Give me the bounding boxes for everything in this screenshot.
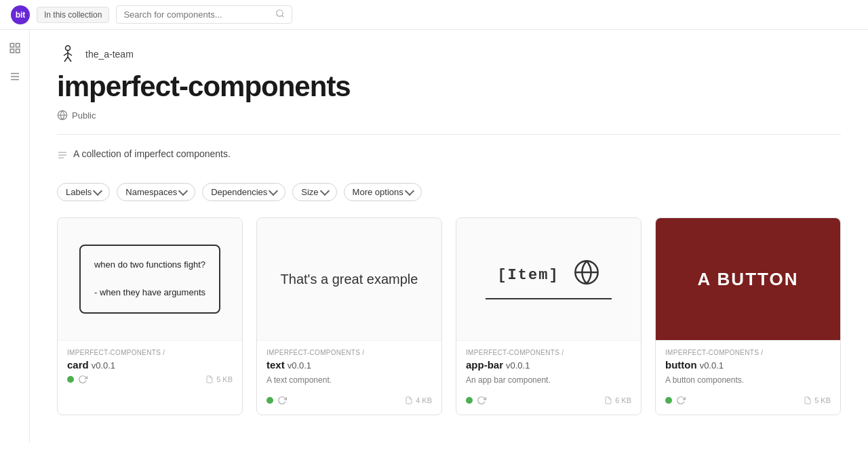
text-example: That's a great example — [267, 258, 432, 301]
svg-line-1 — [282, 16, 284, 18]
card-footer-button: IMPERFECT-COMPONENTS / button v0.0.1 A b… — [656, 340, 840, 415]
top-navigation: bit In this collection — [0, 0, 868, 30]
appbar-preview: [Item] — [456, 245, 641, 313]
card-preview-appbar: [Item] — [456, 218, 641, 340]
joke-box: when do two functions fight?- when they … — [79, 245, 220, 314]
card-version: v0.0.1 — [506, 360, 530, 371]
button-preview: A BUTTON — [656, 218, 840, 340]
status-dot-green — [466, 397, 473, 404]
collection-tag[interactable]: In this collection — [37, 7, 109, 23]
card-size: 4 KB — [405, 396, 432, 404]
card-size: 5 KB — [804, 396, 831, 404]
svg-line-13 — [64, 57, 68, 62]
card-preview-button: A BUTTON — [656, 218, 840, 340]
globe-icon — [57, 110, 68, 121]
svg-line-14 — [68, 57, 71, 62]
appbar-bracket: [Item] — [497, 267, 559, 284]
collection-description: A collection of imperfect components. — [73, 148, 231, 159]
collection-header: the_a-team — [57, 43, 841, 65]
team-avatar — [57, 43, 79, 65]
card-namespace: IMPERFECT-COMPONENTS / — [466, 349, 631, 356]
svg-line-11 — [64, 53, 68, 56]
globe-preview-icon — [573, 259, 600, 291]
svg-rect-4 — [10, 49, 14, 53]
components-grid: when do two functions fight?- when they … — [57, 217, 841, 415]
chevron-down-icon — [178, 186, 188, 196]
file-icon — [604, 396, 612, 404]
card-footer-card: IMPERFECT-COMPONENTS / card v0.0.1 — [58, 340, 242, 394]
card-meta-left — [267, 396, 287, 405]
card-name-row: app-bar v0.0.1 — [466, 359, 631, 371]
chevron-down-icon — [269, 186, 278, 196]
card-name-row: button v0.0.1 — [665, 359, 831, 371]
team-name: the_a-team — [85, 49, 134, 60]
size-filter-button[interactable]: Size — [292, 183, 336, 201]
svg-rect-5 — [16, 49, 19, 53]
card-version: v0.0.1 — [700, 360, 724, 371]
page-layout: the_a-team imperfect-components Public — [0, 30, 868, 442]
component-card-button[interactable]: A BUTTON IMPERFECT-COMPONENTS / button v… — [655, 217, 841, 415]
component-card-text[interactable]: That's a great example IMPERFECT-COMPONE… — [256, 217, 442, 415]
card-meta: 4 KB — [267, 396, 432, 405]
bit-logo[interactable]: bit — [11, 5, 30, 24]
card-size: 6 KB — [604, 396, 631, 404]
svg-rect-2 — [10, 43, 14, 47]
card-meta-left — [466, 396, 486, 405]
search-icon — [275, 9, 285, 20]
section-divider — [57, 134, 841, 135]
status-dot-green — [267, 397, 273, 404]
card-desc: A button components. — [665, 375, 831, 386]
card-footer-appbar: IMPERFECT-COMPONENTS / app-bar v0.0.1 An… — [456, 340, 641, 415]
card-namespace: IMPERFECT-COMPONENTS / — [665, 349, 831, 356]
description-row: A collection of imperfect components. — [57, 148, 841, 163]
sidebar-list-icon[interactable] — [7, 69, 22, 84]
card-meta: 6 KB — [466, 396, 631, 405]
sidebar-grid-icon[interactable] — [7, 41, 22, 56]
chevron-down-icon — [405, 186, 414, 196]
card-name: text — [267, 359, 285, 371]
card-footer-text: IMPERFECT-COMPONENTS / text v0.0.1 A tex… — [257, 340, 441, 415]
svg-line-12 — [68, 53, 72, 56]
card-size: 5 KB — [205, 375, 233, 383]
card-desc: An app bar component. — [466, 375, 631, 386]
sync-icon — [477, 396, 486, 405]
card-version: v0.0.1 — [288, 360, 311, 371]
card-preview-joke: when do two functions fight?- when they … — [58, 218, 242, 340]
status-dot-green — [665, 397, 672, 404]
card-version: v0.0.1 — [92, 360, 115, 371]
status-dot-green — [67, 376, 74, 383]
card-namespace: IMPERFECT-COMPONENTS / — [67, 349, 233, 356]
card-name: card — [67, 359, 89, 371]
svg-point-9 — [66, 46, 71, 51]
card-name: app-bar — [466, 359, 503, 371]
chevron-down-icon — [320, 186, 330, 196]
card-meta-left — [67, 375, 87, 384]
card-desc: A text component. — [267, 375, 432, 386]
button-preview-label: A BUTTON — [698, 269, 799, 290]
sync-icon — [277, 396, 287, 405]
component-card-appbar[interactable]: [Item] IMPERFECT-COMPONENTS — [456, 217, 642, 415]
filter-bar: Labels Namespaces Dependencies Size More… — [57, 183, 841, 201]
card-name: button — [665, 359, 697, 371]
collection-title: imperfect-components — [57, 70, 841, 103]
namespaces-filter-button[interactable]: Namespaces — [117, 183, 195, 201]
svg-point-0 — [277, 10, 283, 16]
sidebar — [0, 30, 30, 442]
search-input[interactable] — [123, 9, 271, 20]
dependencies-filter-button[interactable]: Dependencies — [202, 183, 285, 201]
card-name-row: card v0.0.1 — [67, 359, 233, 371]
labels-filter-button[interactable]: Labels — [57, 183, 110, 201]
file-icon — [205, 375, 214, 383]
component-card-card[interactable]: when do two functions fight?- when they … — [57, 217, 243, 415]
visibility-label: Public — [72, 110, 96, 121]
file-icon — [804, 396, 812, 404]
card-name-row: text v0.0.1 — [267, 359, 432, 371]
file-icon — [405, 396, 413, 404]
svg-rect-3 — [16, 43, 19, 47]
visibility-row: Public — [57, 110, 841, 121]
search-bar-container — [116, 5, 292, 24]
chevron-down-icon — [93, 186, 102, 196]
more-options-button[interactable]: More options — [344, 183, 422, 201]
stickman-icon — [57, 43, 79, 65]
sync-icon — [78, 375, 87, 384]
